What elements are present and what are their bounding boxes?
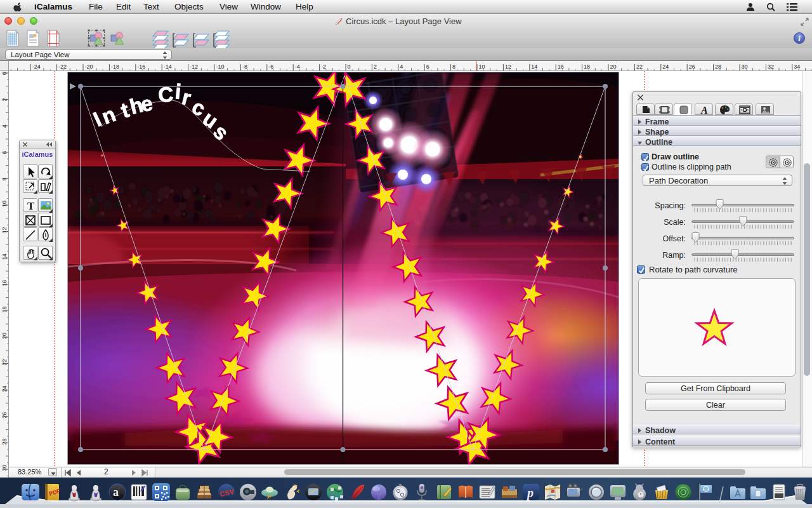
svg-text:30: 30 bbox=[742, 64, 748, 70]
svg-text:24: 24 bbox=[1, 385, 8, 392]
svg-text:-6: -6 bbox=[268, 64, 273, 70]
svg-text:10: 10 bbox=[479, 64, 485, 70]
svg-text:-12: -12 bbox=[190, 64, 198, 70]
svg-text:16: 16 bbox=[558, 64, 564, 70]
svg-text:-20: -20 bbox=[85, 64, 93, 70]
svg-text:30: 30 bbox=[1, 465, 8, 471]
svg-text:-18: -18 bbox=[111, 64, 119, 70]
svg-text:8: 8 bbox=[452, 64, 455, 70]
svg-text:-2: -2 bbox=[321, 64, 326, 70]
svg-text:T: T bbox=[27, 200, 35, 212]
svg-text:28: 28 bbox=[715, 64, 721, 70]
svg-text:-10: -10 bbox=[216, 64, 225, 70]
svg-text:14: 14 bbox=[531, 64, 537, 70]
svg-text:-14: -14 bbox=[164, 64, 172, 70]
svg-text:0: 0 bbox=[1, 72, 8, 75]
svg-text:24: 24 bbox=[662, 64, 669, 70]
svg-text:20: 20 bbox=[610, 64, 617, 70]
svg-text:32: 32 bbox=[768, 64, 774, 70]
svg-text:-4: -4 bbox=[295, 64, 300, 70]
svg-text:14: 14 bbox=[1, 253, 8, 260]
svg-text:-8: -8 bbox=[242, 64, 247, 70]
svg-text:0: 0 bbox=[348, 64, 351, 70]
svg-text:A: A bbox=[700, 105, 708, 116]
svg-text:a: a bbox=[113, 486, 119, 498]
svg-text:18: 18 bbox=[584, 64, 590, 70]
svg-text:22: 22 bbox=[1, 359, 8, 366]
svg-text:6: 6 bbox=[1, 151, 8, 154]
svg-text:10: 10 bbox=[1, 201, 8, 207]
svg-text:28: 28 bbox=[1, 438, 8, 444]
svg-text:8: 8 bbox=[1, 177, 8, 180]
svg-text:26: 26 bbox=[1, 412, 8, 418]
svg-text:4: 4 bbox=[400, 64, 403, 70]
svg-text:20: 20 bbox=[1, 333, 8, 339]
svg-text:-22: -22 bbox=[58, 64, 67, 70]
svg-text:C: C bbox=[157, 83, 174, 107]
svg-text:-24: -24 bbox=[32, 64, 41, 70]
svg-text:18: 18 bbox=[1, 306, 8, 312]
svg-text:6: 6 bbox=[426, 64, 429, 70]
svg-text:26: 26 bbox=[689, 64, 695, 70]
svg-text:2: 2 bbox=[374, 64, 377, 70]
svg-text:2: 2 bbox=[1, 98, 8, 102]
svg-text:p: p bbox=[526, 486, 534, 500]
svg-text:22: 22 bbox=[636, 64, 643, 70]
svg-text:12: 12 bbox=[505, 64, 511, 70]
svg-text:-16: -16 bbox=[137, 64, 145, 70]
svg-text:4: 4 bbox=[1, 124, 8, 128]
svg-text:34: 34 bbox=[794, 64, 800, 70]
svg-text:12: 12 bbox=[1, 227, 8, 234]
svg-text:16: 16 bbox=[1, 280, 8, 286]
